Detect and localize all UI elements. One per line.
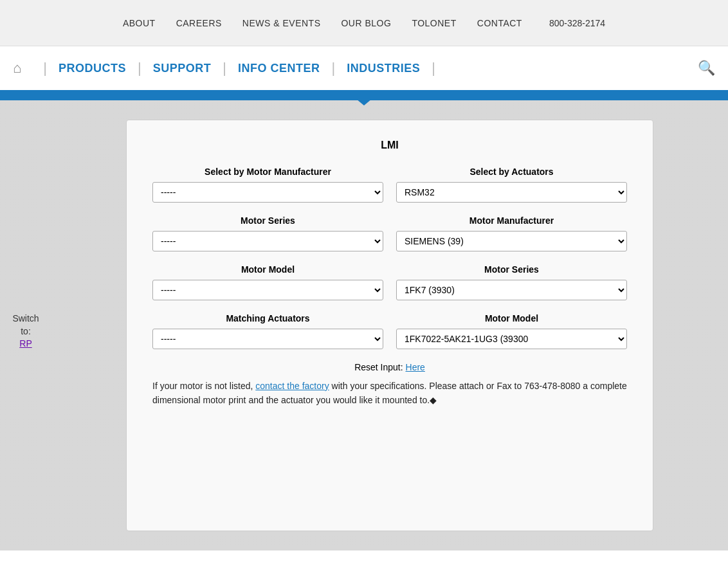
motor-manufacturer-right-label: Motor Manufacturer: [396, 215, 627, 226]
contact-factory-link[interactable]: contact the factory: [255, 381, 329, 391]
select-motor-manufacturer-right[interactable]: SIEMENS (39): [396, 231, 627, 251]
form-row-3: Motor Model ----- Motor Series 1FK7 (393…: [152, 264, 627, 300]
nav-tolonet[interactable]: TOLONET: [412, 18, 456, 28]
divider-5: |: [432, 60, 435, 77]
col-motor-model-left: Motor Model -----: [152, 264, 383, 300]
form-title: LMI: [152, 140, 627, 151]
select-motor-manufacturer[interactable]: -----: [152, 182, 383, 203]
content-area: Switch to: RP LMI Select by Motor Manufa…: [0, 100, 728, 550]
col-motor-model-right: Motor Model 1FK7022-5AK21-1UG3 (39300: [396, 313, 627, 349]
select-actuators[interactable]: RSM32: [396, 182, 627, 203]
select-by-actuators-label: Select by Actuators: [396, 167, 627, 177]
reset-label: Reset Input:: [354, 362, 403, 372]
motor-model-left-label: Motor Model: [152, 264, 383, 275]
divider-1: |: [43, 60, 47, 77]
form-panel: LMI Select by Motor Manufacturer ----- S…: [126, 120, 653, 531]
nav-about[interactable]: ABOUT: [123, 18, 156, 28]
col-motor-manufacturer-left: Select by Motor Manufacturer -----: [152, 167, 383, 203]
select-by-motor-label: Select by Motor Manufacturer: [152, 167, 383, 177]
col-matching-actuators: Matching Actuators -----: [152, 313, 383, 349]
divider-4: |: [332, 60, 336, 77]
switch-rp-link[interactable]: RP: [19, 338, 32, 349]
accent-bar: [0, 93, 728, 100]
form-row-4: Matching Actuators ----- Motor Model 1FK…: [152, 313, 627, 349]
nav-careers[interactable]: CAREERS: [176, 18, 222, 28]
col-motor-series-left: Motor Series -----: [152, 215, 383, 251]
reset-row: Reset Input: Here: [152, 362, 627, 372]
select-motor-model-right[interactable]: 1FK7022-5AK21-1UG3 (39300: [396, 329, 627, 349]
nav-blog[interactable]: OUR BLOG: [341, 18, 391, 28]
nav-support[interactable]: SUPPORT: [153, 62, 212, 75]
nav-info-center[interactable]: INFO CENTER: [238, 62, 320, 75]
nav-news-events[interactable]: NEWS & EVENTS: [242, 18, 321, 28]
select-motor-series-right[interactable]: 1FK7 (3930): [396, 280, 627, 300]
home-icon[interactable]: ⌂: [13, 60, 21, 77]
info-text: If your motor is not listed, contact the…: [152, 379, 627, 408]
form-row-1: Select by Motor Manufacturer ----- Selec…: [152, 167, 627, 203]
motor-series-right-label: Motor Series: [396, 264, 627, 275]
motor-series-left-label: Motor Series: [152, 215, 383, 226]
nav-products[interactable]: PRODUCTS: [59, 62, 126, 75]
nav-contact[interactable]: CONTACT: [477, 18, 522, 28]
reset-link[interactable]: Here: [406, 362, 425, 372]
select-motor-model-left[interactable]: -----: [152, 280, 383, 300]
select-motor-series-left[interactable]: -----: [152, 231, 383, 251]
divider-2: |: [138, 60, 141, 77]
top-nav: ABOUT CAREERS NEWS & EVENTS OUR BLOG TOL…: [0, 0, 728, 46]
select-matching-actuators[interactable]: -----: [152, 329, 383, 349]
matching-actuators-label: Matching Actuators: [152, 313, 383, 323]
motor-model-right-label: Motor Model: [396, 313, 627, 323]
col-motor-manufacturer-right: Motor Manufacturer SIEMENS (39): [396, 215, 627, 251]
info-text-before: If your motor is not listed,: [152, 381, 255, 391]
phone-number: 800-328-2174: [549, 18, 605, 28]
nav-industries[interactable]: INDUSTRIES: [347, 62, 420, 75]
sidebar: Switch to: RP: [0, 120, 51, 531]
search-icon[interactable]: 🔍: [698, 60, 715, 77]
col-actuators: Select by Actuators RSM32: [396, 167, 627, 203]
col-motor-series-right: Motor Series 1FK7 (3930): [396, 264, 627, 300]
main-nav: ⌂ | PRODUCTS | SUPPORT | INFO CENTER | I…: [0, 46, 728, 93]
divider-3: |: [223, 60, 226, 77]
form-row-2: Motor Series ----- Motor Manufacturer SI…: [152, 215, 627, 251]
switch-label: Switch to: RP: [6, 313, 45, 350]
